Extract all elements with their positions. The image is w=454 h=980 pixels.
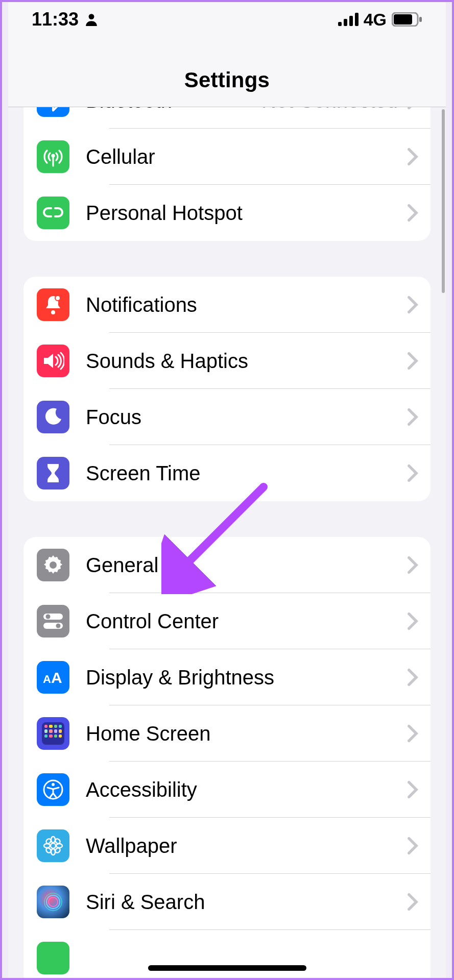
link-icon <box>37 197 69 229</box>
appgrid-icon <box>37 717 69 750</box>
settings-row-home-screen[interactable]: Home Screen <box>23 705 431 762</box>
svg-point-10 <box>51 310 55 314</box>
svg-point-32 <box>44 893 62 911</box>
settings-row-label: Cellular <box>86 145 407 168</box>
svg-rect-1 <box>338 22 342 26</box>
antenna-icon <box>37 140 69 173</box>
settings-row-label: Wallpaper <box>86 835 407 857</box>
chevron-right-icon <box>407 464 418 482</box>
settings-row-label: Accessibility <box>86 778 407 801</box>
svg-rect-6 <box>394 14 412 24</box>
chevron-right-icon <box>407 204 418 222</box>
chevron-right-icon <box>407 352 418 370</box>
settings-row-label: Sounds & Haptics <box>86 350 407 373</box>
svg-text:A: A <box>51 669 62 686</box>
settings-row-general[interactable]: General <box>23 537 431 593</box>
settings-row-label: Screen Time <box>86 462 407 485</box>
settings-row-label: Focus <box>86 406 407 429</box>
chevron-right-icon <box>407 556 418 574</box>
chevron-right-icon <box>407 780 418 799</box>
svg-rect-7 <box>419 17 422 22</box>
settings-group-connectivity: Bluetooth Not Connected Cellular <box>23 107 431 241</box>
settings-row-label: Siri & Search <box>86 891 407 914</box>
settings-row-accessibility[interactable]: Accessibility <box>23 762 431 818</box>
svg-point-21 <box>51 843 56 848</box>
speaker-icon <box>37 345 69 377</box>
bluetooth-icon <box>37 107 69 117</box>
settings-row-value: Not Connected <box>261 107 398 112</box>
chevron-right-icon <box>407 148 418 166</box>
person-icon <box>85 12 98 27</box>
flower-icon <box>37 829 69 862</box>
svg-point-11 <box>55 296 60 301</box>
settings-row-siri[interactable]: Siri & Search <box>23 874 431 930</box>
settings-row-label: Notifications <box>86 293 407 316</box>
page-title: Settings <box>184 68 270 92</box>
chevron-right-icon <box>407 612 418 630</box>
svg-point-20 <box>52 783 55 786</box>
svg-rect-4 <box>355 13 359 26</box>
toggles-icon <box>37 605 69 638</box>
bell-icon <box>37 288 69 321</box>
settings-row-focus[interactable]: Focus <box>23 389 431 445</box>
battery-icon <box>392 12 422 27</box>
settings-row-control-center[interactable]: Control Center <box>23 593 431 649</box>
settings-row-label: Control Center <box>86 610 407 633</box>
settings-group-system: General Control Center <box>23 537 431 978</box>
accessibility-icon <box>37 773 69 806</box>
settings-row-label: Personal Hotspot <box>86 202 407 225</box>
settings-row-bluetooth[interactable]: Bluetooth Not Connected <box>23 107 431 129</box>
settings-row-screentime[interactable]: Screen Time <box>23 445 431 501</box>
chevron-right-icon <box>407 893 418 911</box>
svg-point-22 <box>51 837 55 843</box>
settings-group-alerts: Notifications Sounds & Haptics <box>23 277 431 501</box>
svg-point-14 <box>46 615 51 619</box>
svg-point-24 <box>44 844 50 848</box>
hourglass-icon <box>37 457 69 489</box>
settings-row-label: Bluetooth <box>86 107 261 112</box>
svg-rect-2 <box>344 19 347 26</box>
status-time: 11:33 <box>32 9 79 30</box>
svg-point-23 <box>51 849 55 855</box>
settings-row-label: General <box>86 554 407 577</box>
settings-row-label: Home Screen <box>86 722 407 745</box>
settings-row-cellular[interactable]: Cellular <box>23 129 431 185</box>
settings-row-label: Display & Brightness <box>86 666 407 689</box>
gear-icon <box>37 549 69 581</box>
chevron-right-icon <box>407 724 418 743</box>
settings-row-notifications[interactable]: Notifications <box>23 277 431 333</box>
svg-point-12 <box>50 561 57 569</box>
chevron-right-icon <box>407 107 418 110</box>
cellular-signal-icon <box>338 13 359 26</box>
svg-rect-3 <box>349 16 353 26</box>
settings-row-hotspot[interactable]: Personal Hotspot <box>23 185 431 241</box>
scroll-indicator <box>442 109 445 293</box>
textsize-icon: A A <box>37 661 69 694</box>
chevron-right-icon <box>407 837 418 855</box>
svg-text:A: A <box>43 673 51 685</box>
moon-icon <box>37 401 69 433</box>
gear-icon <box>37 942 69 974</box>
chevron-right-icon <box>407 296 418 314</box>
svg-point-31 <box>49 897 58 906</box>
chevron-right-icon <box>407 408 418 426</box>
settings-row-sounds[interactable]: Sounds & Haptics <box>23 333 431 389</box>
svg-point-9 <box>52 155 54 157</box>
chevron-right-icon <box>407 668 418 687</box>
home-indicator <box>148 965 306 971</box>
svg-point-25 <box>56 844 62 848</box>
settings-list[interactable]: Bluetooth Not Connected Cellular <box>8 107 446 978</box>
status-network: 4G <box>364 10 387 30</box>
svg-point-16 <box>56 624 61 628</box>
siri-icon <box>37 886 69 918</box>
settings-row-wallpaper[interactable]: Wallpaper <box>23 818 431 874</box>
settings-row-display[interactable]: A A Display & Brightness <box>23 649 431 705</box>
svg-point-0 <box>89 14 94 19</box>
status-bar: 11:33 4G <box>8 2 446 37</box>
